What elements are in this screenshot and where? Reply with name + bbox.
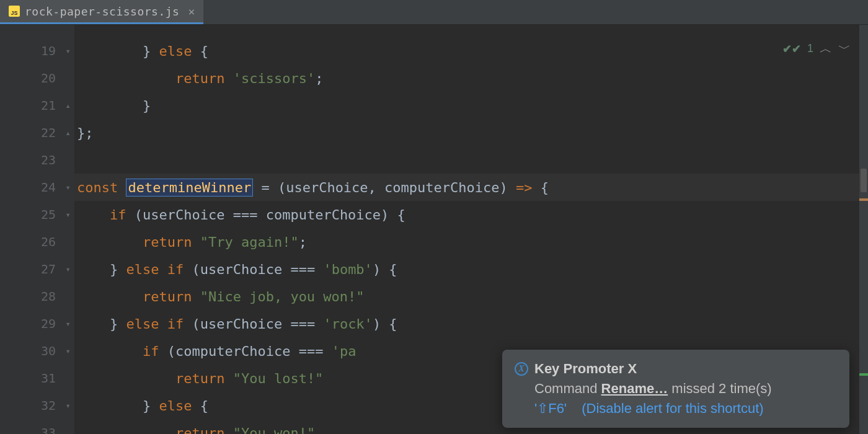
- inspection-count: 1: [807, 42, 813, 55]
- line-number: 24: [41, 180, 56, 195]
- error-stripe[interactable]: [859, 373, 868, 376]
- fold-icon[interactable]: ▾: [66, 182, 71, 192]
- code-line[interactable]: } else if (userChoice === 'rock') {: [74, 310, 868, 337]
- disable-alert-link[interactable]: (Disable alert for this shortcut): [582, 401, 763, 416]
- line-number: 20: [41, 71, 56, 86]
- fold-icon[interactable]: ▾: [66, 346, 71, 356]
- error-stripe[interactable]: [859, 198, 868, 201]
- gutter: 19▾ 20 21▴ 22▴ 23 24▾ 25▾ 26 27▾ 28 29▾ …: [0, 25, 74, 434]
- line-number: 21: [41, 98, 56, 113]
- popup-message: Command Rename… missed 2 time(s): [534, 381, 837, 397]
- code-line[interactable]: } else if (userChoice === 'bomb') {: [74, 255, 868, 283]
- command-name[interactable]: Rename…: [601, 381, 668, 396]
- tab-filename: rock-paper-scissors.js: [25, 5, 179, 18]
- line-number: 22: [41, 125, 56, 140]
- popup-title: Key Promoter X: [534, 361, 637, 377]
- code-line[interactable]: if (userChoice === computerChoice) {: [74, 201, 868, 228]
- fold-icon[interactable]: ▾: [66, 46, 71, 56]
- code-line[interactable]: return "Try again!";: [74, 228, 868, 255]
- line-number: 33: [41, 425, 56, 434]
- fold-icon[interactable]: ▾: [66, 319, 71, 329]
- prev-highlight-icon[interactable]: ︿: [820, 40, 832, 57]
- line-number: 32: [41, 398, 56, 413]
- rename-selection[interactable]: determineWinner: [126, 179, 253, 197]
- code-line[interactable]: }: [74, 92, 868, 119]
- scrollbar[interactable]: [859, 25, 868, 434]
- code-line[interactable]: [74, 146, 868, 174]
- code-line[interactable]: };: [74, 119, 868, 146]
- inspection-check-icon: ✔✔: [782, 42, 801, 56]
- file-tab[interactable]: JS rock-paper-scissors.js ×: [0, 0, 203, 24]
- code-line[interactable]: return "Nice job, you won!": [74, 283, 868, 310]
- line-number: 30: [41, 343, 56, 358]
- key-promoter-popup: X Key Promoter X Command Rename… missed …: [502, 350, 849, 428]
- line-number: 28: [41, 289, 56, 304]
- line-number: 27: [41, 262, 56, 277]
- code-line-active[interactable]: const determineWinner = (userChoice, com…: [74, 174, 868, 201]
- line-number: 25: [41, 207, 56, 222]
- plugin-icon: X: [515, 362, 528, 376]
- code-editor[interactable]: 19▾ 20 21▴ 22▴ 23 24▾ 25▾ 26 27▾ 28 29▾ …: [0, 25, 868, 434]
- shortcut-label: '⇧F6': [534, 401, 567, 416]
- fold-icon[interactable]: ▾: [66, 210, 71, 219]
- line-number: 29: [41, 316, 56, 331]
- line-number: 31: [41, 371, 56, 386]
- js-file-icon: JS: [9, 6, 20, 17]
- fold-icon[interactable]: ▾: [66, 401, 71, 410]
- close-tab-icon[interactable]: ×: [188, 5, 195, 18]
- tab-bar: JS rock-paper-scissors.js ×: [0, 0, 868, 25]
- code-line[interactable]: return 'scissors';: [74, 64, 868, 92]
- line-number: 26: [41, 234, 56, 249]
- code-line[interactable]: } else {: [74, 37, 868, 64]
- fold-icon[interactable]: ▾: [66, 264, 71, 274]
- inspections-widget[interactable]: ✔✔ 1 ︿ ﹀: [782, 40, 851, 57]
- fold-icon[interactable]: ▴: [66, 128, 71, 138]
- line-number: 23: [41, 153, 56, 167]
- next-highlight-icon[interactable]: ﹀: [838, 40, 851, 57]
- line-number: 19: [41, 43, 56, 58]
- fold-icon[interactable]: ▴: [66, 100, 71, 110]
- scroll-thumb[interactable]: [861, 169, 867, 192]
